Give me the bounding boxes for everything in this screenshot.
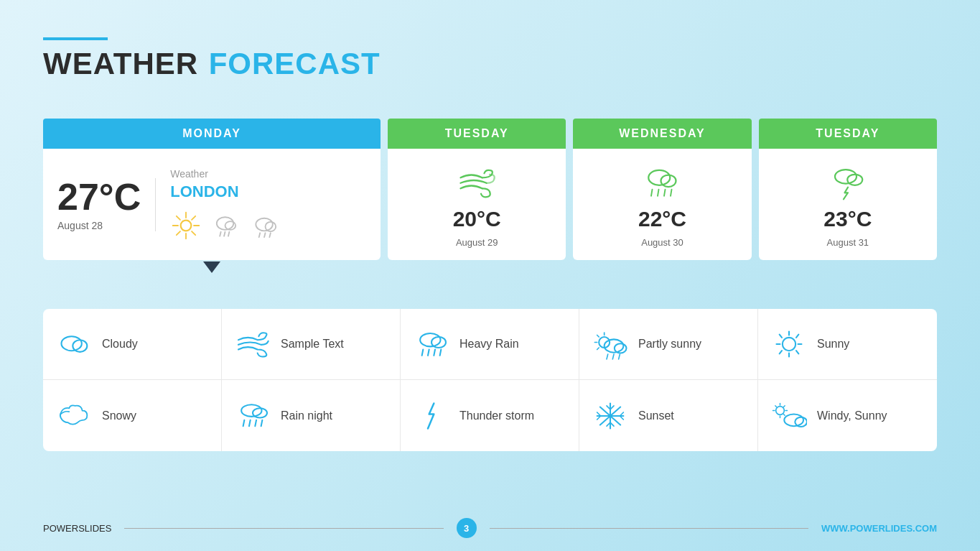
svg-line-34 — [434, 350, 435, 356]
svg-line-40 — [597, 348, 599, 350]
cloud-legend-icon — [56, 326, 92, 362]
svg-line-58 — [249, 420, 251, 425]
thunder-legend-icon — [414, 398, 449, 434]
svg-point-28 — [73, 340, 87, 352]
tuesday-date: August 29 — [456, 237, 498, 248]
snowy-legend-icon — [56, 398, 92, 434]
svg-line-13 — [228, 231, 229, 236]
monday-body: 27°C August 28 Weather LONDON — [43, 149, 381, 260]
svg-line-23 — [664, 189, 666, 195]
monday-temp-section: 27°C August 28 — [57, 178, 156, 231]
footer-brand-bold: POWER — [43, 523, 78, 534]
svg-point-55 — [241, 404, 261, 417]
legend-snowy: Snowy — [43, 380, 222, 451]
tuesday2-header: TUESDAY — [759, 119, 937, 149]
svg-point-14 — [256, 218, 273, 231]
wednesday-body: 22°C August 30 — [573, 149, 751, 260]
svg-line-33 — [428, 350, 429, 356]
svg-line-79 — [784, 414, 785, 415]
windy-sunny-legend-icon — [771, 398, 807, 434]
legend-sunny: Sunny — [758, 309, 937, 380]
arrow-down — [203, 261, 220, 273]
wind-icon-medium — [455, 162, 498, 201]
svg-point-81 — [784, 414, 803, 426]
legend-sunset: Sunset — [579, 380, 758, 451]
rain-cloud-icon-medium — [640, 162, 683, 201]
legend-thunder-storm: Thunder storm — [401, 380, 579, 451]
svg-line-38 — [597, 335, 599, 338]
svg-line-43 — [607, 354, 608, 359]
svg-line-11 — [220, 231, 220, 236]
legend-heavy-rain-label: Heavy Rain — [459, 338, 519, 351]
legend-heavy-rain: Heavy Rain — [401, 309, 579, 380]
monday-header: MONDAY — [43, 119, 381, 149]
monday-card: MONDAY 27°C August 28 Weather LONDON — [43, 119, 381, 260]
footer-line-right — [490, 528, 808, 529]
legend-snowy-label: Snowy — [102, 409, 136, 422]
svg-point-25 — [835, 170, 857, 184]
svg-line-59 — [255, 420, 256, 425]
svg-point-42 — [615, 343, 627, 353]
tuesday2-body: 23°C August 31 — [759, 149, 937, 260]
svg-line-45 — [619, 354, 620, 359]
snowflake-legend-icon — [592, 398, 628, 434]
footer-brand: POWERSLIDES — [43, 523, 111, 534]
title-forecast: FORECAST — [209, 47, 381, 80]
legend-sunset-label: Sunset — [638, 409, 674, 422]
legend-rain-night: Rain night — [222, 380, 401, 451]
svg-line-78 — [775, 405, 777, 407]
legend-cloudy: Cloudy — [43, 309, 222, 380]
svg-line-21 — [651, 189, 653, 195]
svg-point-0 — [181, 220, 192, 231]
svg-line-44 — [612, 354, 614, 359]
rain-night-legend-icon — [235, 398, 271, 434]
tuesday2-temperature: 23°C — [823, 207, 872, 231]
svg-line-5 — [177, 216, 180, 219]
wind-legend-icon — [235, 326, 271, 362]
title-weather: WEATHER — [43, 47, 198, 80]
monday-date: August 28 — [57, 220, 103, 231]
legend-thunder-storm-label: Thunder storm — [459, 409, 534, 422]
svg-line-60 — [261, 420, 263, 425]
svg-point-19 — [649, 170, 671, 185]
footer-brand-thin: SLIDES — [78, 523, 111, 534]
svg-point-31 — [431, 337, 446, 348]
svg-line-16 — [259, 233, 260, 237]
monday-temperature: 27°C — [57, 178, 141, 216]
svg-line-17 — [264, 233, 265, 237]
legend-sunny-label: Sunny — [817, 338, 849, 351]
svg-point-15 — [266, 221, 276, 231]
svg-line-35 — [440, 350, 442, 356]
sun-icon-small — [170, 210, 202, 241]
svg-line-8 — [177, 231, 180, 235]
wednesday-date: August 30 — [641, 237, 683, 248]
svg-line-12 — [224, 231, 225, 236]
svg-line-53 — [796, 335, 798, 338]
sun-legend-icon — [771, 326, 807, 362]
svg-point-73 — [776, 406, 785, 415]
wednesday-temperature: 22°C — [638, 207, 686, 231]
legend-cloudy-label: Cloudy — [102, 338, 138, 351]
legend-partly-sunny-label: Partly sunny — [638, 338, 701, 351]
legend-grid: Cloudy Sample Text Heavy Rain — [43, 309, 937, 451]
weather-label: Weather — [170, 168, 282, 180]
wednesday-header: WEDNESDAY — [573, 119, 751, 149]
svg-line-6 — [192, 231, 195, 235]
legend-windy-sunny-label: Windy, Sunny — [817, 409, 887, 422]
tuesday-body: 20°C August 29 — [388, 149, 566, 260]
svg-point-41 — [605, 339, 624, 352]
svg-line-54 — [780, 351, 782, 353]
cloud-icon-small — [251, 210, 282, 241]
svg-line-18 — [270, 233, 271, 237]
svg-line-32 — [422, 350, 424, 356]
svg-line-52 — [796, 351, 798, 353]
footer-line-left — [124, 528, 443, 529]
rain-cloud-icon-small — [210, 210, 242, 241]
tuesday2-date: August 31 — [827, 237, 869, 248]
legend-rain-night-label: Rain night — [281, 409, 332, 422]
monday-right: Weather LONDON — [156, 168, 282, 241]
footer-url: WWW.POWERLIDES.COM — [821, 523, 937, 534]
legend-windy-sunny: Windy, Sunny — [758, 380, 937, 451]
svg-point-82 — [795, 417, 807, 426]
header-accent-line — [43, 37, 108, 40]
